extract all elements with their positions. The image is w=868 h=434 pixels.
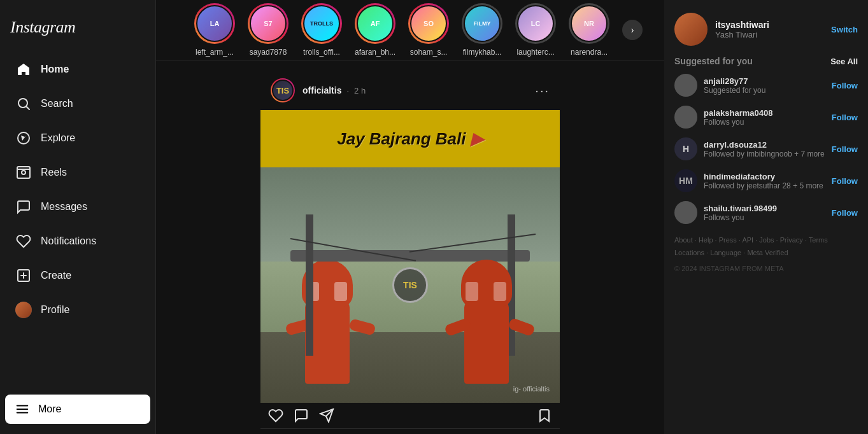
footer-link-help[interactable]: Help [699, 236, 713, 244]
suggested-user-info-1: anjali28y77 Suggested for you [704, 76, 765, 95]
right-sidebar: itsyashtiwari Yash Tiwari Switch Suggest… [664, 0, 868, 434]
current-user-fullname: Yash Tiwari [715, 30, 769, 39]
sidebar-item-reels[interactable]: Reels [5, 157, 150, 188]
suggested-username-2[interactable]: palaksharma0408 [704, 108, 772, 118]
footer-link-locations[interactable]: Locations [674, 249, 704, 256]
story-username: afaran_bh... [355, 48, 395, 57]
story-item[interactable]: AF afaran_bh... [355, 3, 395, 57]
story-item[interactable]: NR narendra... [569, 3, 609, 57]
footer-link-about[interactable]: About [674, 236, 693, 244]
suggested-username-1[interactable]: anjali28y77 [704, 76, 765, 86]
stories-next-button[interactable]: › [622, 20, 643, 40]
follow-button-3[interactable]: Follow [832, 144, 858, 154]
story-ring: AF [355, 3, 395, 44]
footer-links: About · Help · Press · API · Jobs · Priv… [674, 234, 858, 260]
suggested-user-1: anjali28y77 Suggested for you Follow [674, 74, 858, 97]
story-ring-seen: FILMY [462, 3, 502, 44]
explore-icon [15, 130, 32, 146]
story-item[interactable]: S7 sayad7878 [248, 3, 288, 57]
switch-button[interactable]: Switch [831, 25, 858, 34]
footer-link-api[interactable]: API [742, 236, 753, 244]
footer-link-privacy[interactable]: Privacy [780, 236, 803, 244]
current-user-avatar[interactable] [674, 13, 708, 46]
more-icon [15, 402, 29, 416]
follow-button-5[interactable]: Follow [832, 208, 858, 218]
home-icon [15, 61, 32, 78]
sidebar-item-messages[interactable]: Messages [5, 191, 150, 223]
main-feed: LA left_arm_... S7 sayad7878 TROLLS trol… [156, 0, 664, 434]
sidebar-item-create[interactable]: Create [5, 260, 150, 291]
sidebar-logo[interactable]: Instagram [0, 8, 155, 52]
post-image-overlay: Jay Bajrang Bali ▶ [260, 110, 560, 403]
story-item[interactable]: LC laughterc... [515, 3, 556, 57]
sidebar-item-search[interactable]: Search [5, 88, 150, 120]
more-button[interactable]: More [5, 395, 150, 424]
story-ring-seen: NR [569, 3, 609, 44]
monkey-statues-bg: TIS ig- officialtis [260, 167, 560, 403]
story-ring: LA [194, 3, 235, 44]
reels-label: Reels [41, 167, 67, 178]
post-logo-overlay: TIS [392, 267, 428, 303]
story-item[interactable]: LA left_arm_... [194, 3, 235, 57]
see-all-button[interactable]: See All [830, 57, 858, 66]
story-item[interactable]: TROLLS trolls_offi... [301, 3, 342, 57]
suggested-avatar-2 [674, 106, 697, 129]
post-options-button[interactable]: ··· [535, 83, 550, 98]
story-item[interactable]: FILMY filmykhab... [462, 3, 502, 57]
vertical-pole-1 [306, 214, 313, 356]
home-label: Home [41, 64, 69, 75]
suggested-header: Suggested for you See All [674, 56, 858, 66]
profile-avatar-icon [15, 302, 32, 318]
suggested-user-info-2: palaksharma0408 Follows you [704, 108, 772, 127]
footer-link-metaverified[interactable]: Meta Verified [747, 249, 788, 256]
current-user-row: itsyashtiwari Yash Tiwari Switch [674, 13, 858, 46]
comment-button[interactable] [294, 408, 309, 423]
suggested-avatar-3: H [674, 137, 697, 160]
story-avatar: NR [571, 5, 608, 42]
messages-icon [15, 199, 32, 215]
share-button[interactable] [319, 408, 334, 423]
follow-button-1[interactable]: Follow [832, 81, 858, 90]
post-photo-area: TIS ig- officialtis [260, 167, 560, 403]
suggested-sub-5: Follows you [704, 213, 777, 222]
story-username: soham_s... [410, 48, 448, 57]
sidebar-item-home[interactable]: Home [5, 53, 150, 85]
suggested-username-4[interactable]: hindimediafactory [704, 172, 823, 181]
suggested-user-info-4: hindimediafactory Followed by jeetsuthar… [704, 172, 823, 190]
story-avatar: TROLLS [303, 5, 340, 42]
story-username: trolls_offi... [303, 48, 340, 57]
post-username[interactable]: officialtis [302, 85, 341, 95]
story-username: filmykhab... [463, 48, 502, 57]
sidebar-item-notifications[interactable]: Notifications [5, 225, 150, 257]
story-username: left_arm_... [196, 48, 234, 57]
sidebar-item-explore[interactable]: Explore [5, 122, 150, 154]
suggested-user-info-3: darryl.dsouza12 Followed by imbibingnoob… [704, 140, 825, 158]
story-item[interactable]: SO soham_s... [408, 3, 449, 57]
suggested-title: Suggested for you [674, 56, 753, 66]
footer-link-press[interactable]: Press [719, 236, 737, 244]
story-avatar: AF [357, 5, 394, 42]
suggested-sub-2: Follows you [704, 118, 772, 127]
follow-button-2[interactable]: Follow [832, 113, 858, 122]
follow-button-4[interactable]: Follow [832, 176, 858, 186]
svg-rect-4 [17, 167, 30, 178]
footer-link-jobs[interactable]: Jobs [759, 236, 774, 244]
story-avatar: S7 [250, 5, 287, 42]
bookmark-button[interactable] [537, 408, 552, 423]
like-button[interactable] [268, 408, 283, 423]
svg-line-1 [27, 107, 30, 110]
post-user-avatar[interactable]: TIS [271, 78, 295, 102]
footer-link-terms[interactable]: Terms [809, 236, 828, 244]
post-user-info: officialtis · 2 h [302, 85, 366, 95]
sidebar-item-profile[interactable]: Profile [5, 294, 150, 326]
current-username: itsyashtiwari [715, 20, 769, 30]
svg-marker-3 [21, 136, 26, 141]
story-username: narendra... [571, 48, 608, 57]
suggested-user-3: H darryl.dsouza12 Followed by imbibingno… [674, 137, 858, 160]
sidebar: Instagram Home Search Explore [0, 0, 156, 434]
suggested-username-5[interactable]: shailu.tiwari.98499 [704, 204, 777, 213]
suggested-avatar-1 [674, 74, 697, 97]
suggested-username-3[interactable]: darryl.dsouza12 [704, 140, 825, 150]
story-username: laughterc... [516, 48, 554, 57]
footer-link-language[interactable]: Language [710, 249, 741, 256]
